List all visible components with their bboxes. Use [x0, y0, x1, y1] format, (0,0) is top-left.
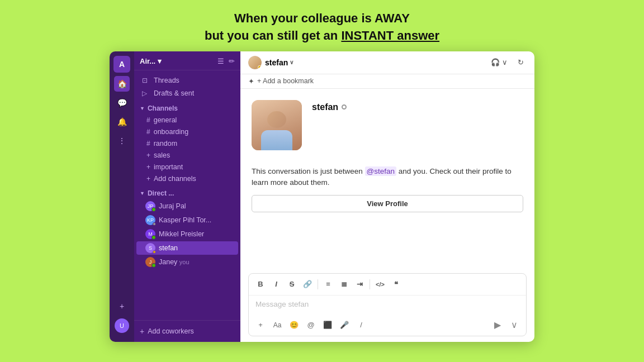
sidebar-header-icons: ☰ ✏: [217, 57, 235, 65]
dm-avatar-mikkel: M: [145, 229, 155, 239]
slash-command-button[interactable]: /: [354, 318, 368, 332]
rail-bell-icon[interactable]: 🔔: [114, 114, 130, 130]
headline-line2: but you can still get an INSTANT answer: [205, 27, 439, 45]
dm-janey[interactable]: J Janey you: [136, 255, 238, 269]
dm-avatar-stefan: S: [145, 243, 155, 253]
emoji-button[interactable]: 😊: [287, 318, 301, 332]
dm-avatar-janey: J: [145, 257, 155, 267]
header-name[interactable]: stefan ∨: [265, 58, 293, 67]
composer-footer-left: + Aa 😊 @ ⬛ 🎤 /: [253, 318, 368, 332]
header-left: stefan ∨: [248, 56, 293, 69]
send-button[interactable]: ▶: [490, 318, 505, 332]
header-status-dot: [258, 65, 262, 69]
composer-footer: + Aa 😊 @ ⬛ 🎤 / ▶ ∨: [249, 316, 526, 336]
compose-icon[interactable]: ✏: [229, 57, 235, 65]
sidebar-item-drafts[interactable]: ▷ Drafts & sent: [136, 87, 238, 99]
drafts-icon: ▷: [142, 89, 150, 97]
sidebar-nav: ⊡ Threads ▷ Drafts & sent ▼ Channels # g…: [134, 70, 240, 320]
plus-icon: +: [146, 163, 150, 171]
main-header: stefan ∨ 🎧 ∨ ↻: [240, 51, 534, 74]
hash-icon: #: [146, 116, 150, 124]
app-container: A 🏠 💬 🔔 ⋮ + U Air... ▾ ☰ ✏ ⊡ Threads: [110, 51, 534, 342]
sidebar-header: Air... ▾ ☰ ✏: [134, 51, 240, 70]
profile-info: stefan: [312, 100, 347, 112]
channel-random[interactable]: # random: [136, 138, 238, 149]
app-logo[interactable]: A: [113, 56, 130, 73]
icon-rail: A 🏠 💬 🔔 ⋮ + U: [110, 51, 134, 342]
headline: When your colleague is AWAY but you can …: [205, 0, 439, 51]
link-button[interactable]: 🔗: [300, 277, 315, 292]
message-composer: B I S 🔗 ≡ ≣ ⇥ </> ❝ Message stefan + Aa …: [248, 273, 527, 336]
mention-tag[interactable]: @stefan: [365, 166, 396, 176]
plus-icon: +: [146, 151, 150, 159]
dm-mikkel[interactable]: M Mikkel Preisler: [136, 227, 238, 241]
chat-body: stefan This conversation is just between…: [240, 89, 534, 273]
view-profile-button[interactable]: View Profile: [252, 195, 523, 212]
strikethrough-button[interactable]: S: [285, 277, 299, 292]
workspace-name[interactable]: Air... ▾: [140, 57, 162, 65]
dm-kasper[interactable]: KP Kasper Pihl Tor...: [136, 213, 238, 227]
rail-user-avatar[interactable]: U: [115, 318, 129, 333]
header-right: 🎧 ∨ ↻: [488, 56, 527, 68]
rail-more-icon[interactable]: ⋮: [114, 133, 130, 149]
headline-line1: When your colleague is AWAY: [205, 10, 439, 27]
sidebar: Air... ▾ ☰ ✏ ⊡ Threads ▷ Drafts & sent ▼…: [134, 51, 240, 342]
profile-avatar-inner: [252, 100, 302, 150]
away-status-dot: [342, 104, 347, 109]
indent-button[interactable]: ⇥: [352, 277, 367, 292]
add-bookmark-label[interactable]: + Add a bookmark: [257, 77, 314, 85]
profile-name: stefan: [312, 102, 347, 112]
channels-section-header[interactable]: ▼ Channels: [134, 100, 240, 114]
channels-collapse-icon: ▼: [140, 106, 145, 111]
channel-important[interactable]: + important: [136, 161, 238, 173]
video-button[interactable]: ⬛: [320, 318, 335, 332]
send-chevron-button[interactable]: ∨: [507, 318, 522, 332]
filter-icon[interactable]: ☰: [217, 57, 224, 65]
threads-icon: ⊡: [142, 77, 150, 84]
rail-bottom: + U: [114, 298, 130, 337]
channel-sales[interactable]: + sales: [136, 150, 238, 161]
toolbar-divider-2: [370, 279, 370, 289]
bold-button[interactable]: B: [253, 277, 268, 292]
rail-dms-icon[interactable]: 💬: [114, 95, 130, 111]
font-button[interactable]: Aa: [270, 318, 285, 332]
avatar-body: [261, 130, 292, 150]
composer-toolbar: B I S 🔗 ≡ ≣ ⇥ </> ❝: [249, 274, 526, 296]
dm-juraj[interactable]: JP Juraj Pal: [136, 199, 238, 213]
dm-avatar-kasper: KP: [145, 215, 155, 225]
refresh-icon-btn[interactable]: ↻: [515, 56, 527, 68]
sidebar-item-threads[interactable]: ⊡ Threads: [136, 74, 238, 87]
mic-button[interactable]: 🎤: [337, 318, 352, 332]
call-icon-btn[interactable]: 🎧 ∨: [488, 56, 510, 68]
rail-add-icon[interactable]: +: [114, 298, 130, 314]
toolbar-divider: [318, 279, 318, 289]
dm-stefan[interactable]: S stefan: [136, 241, 238, 255]
italic-button[interactable]: I: [269, 277, 283, 292]
add-channel-icon: +: [146, 175, 150, 183]
profile-avatar-large: [252, 100, 302, 150]
header-chevron-icon: ∨: [290, 59, 293, 65]
sidebar-footer: + Add coworkers: [134, 320, 240, 342]
direct-section-header[interactable]: ▼ Direct ...: [134, 185, 240, 199]
dm-avatar-juraj: JP: [145, 201, 155, 211]
at-mention-button[interactable]: @: [304, 318, 318, 332]
bookmark-bar: ✦ + Add a bookmark: [240, 74, 534, 89]
attach-button[interactable]: +: [253, 318, 268, 332]
hash-icon: #: [146, 140, 150, 147]
channel-general[interactable]: # general: [136, 115, 238, 126]
channel-add[interactable]: + Add channels: [136, 173, 238, 184]
avatar-figure: [257, 106, 296, 150]
avatar-head: [267, 111, 286, 128]
add-coworkers-button[interactable]: + Add coworkers: [140, 325, 235, 337]
ordered-list-button[interactable]: ≡: [321, 277, 335, 292]
main-content: stefan ∨ 🎧 ∨ ↻ ✦ + Add a bookmark: [240, 51, 534, 342]
rail-home-icon[interactable]: 🏠: [114, 76, 130, 92]
composer-footer-right: ▶ ∨: [490, 318, 522, 332]
add-bookmark-icon: ✦: [248, 77, 254, 85]
message-input[interactable]: Message stefan: [249, 296, 526, 316]
code-button[interactable]: </>: [373, 277, 387, 292]
blockquote-button[interactable]: ❝: [389, 277, 403, 292]
unordered-list-button[interactable]: ≣: [337, 277, 351, 292]
header-avatar: [248, 56, 262, 69]
channel-onboarding[interactable]: # onboarding: [136, 126, 238, 137]
